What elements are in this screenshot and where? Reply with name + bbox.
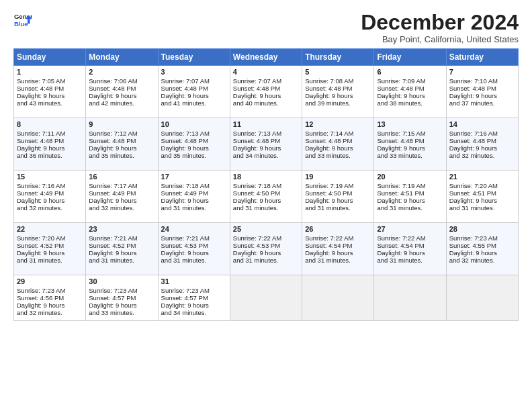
day-header-tuesday: Tuesday (158, 49, 230, 66)
cell-info-line: Daylight: 9 hours (161, 302, 227, 309)
day-number: 27 (377, 225, 443, 233)
cell-info-line: Sunset: 4:49 PM (89, 189, 154, 197)
calendar-cell: 20Sunrise: 7:19 AMSunset: 4:51 PMDayligh… (374, 171, 446, 223)
cell-info-line: Daylight: 9 hours (161, 92, 227, 99)
cell-info-line: and 41 minutes. (161, 99, 227, 107)
cell-info-line: Sunset: 4:49 PM (161, 189, 227, 197)
cell-info-line: Daylight: 9 hours (377, 249, 443, 257)
cell-info-line: Daylight: 9 hours (305, 144, 371, 152)
day-header-monday: Monday (86, 49, 158, 66)
calendar-cell: 13Sunrise: 7:15 AMSunset: 4:48 PMDayligh… (374, 118, 446, 171)
day-header-sunday: Sunday (14, 49, 86, 66)
day-number: 31 (161, 277, 227, 285)
cell-info-line: Daylight: 9 hours (305, 197, 371, 204)
cell-info-line: and 35 minutes. (161, 152, 227, 159)
cell-info-line: Daylight: 9 hours (89, 302, 154, 309)
day-number: 20 (377, 173, 443, 181)
cell-info-line: and 31 minutes. (305, 204, 371, 212)
logo: General Blue (13, 11, 32, 30)
day-number: 24 (161, 225, 227, 233)
day-header-friday: Friday (374, 49, 446, 66)
day-number: 12 (305, 120, 371, 128)
cell-info-line: Daylight: 9 hours (89, 92, 154, 99)
cell-info-line: and 31 minutes. (233, 204, 299, 212)
cell-info-line: Sunset: 4:53 PM (161, 242, 227, 249)
day-number: 1 (17, 68, 83, 76)
cell-info-line: Daylight: 9 hours (377, 144, 443, 152)
cell-info-line: and 32 minutes. (17, 204, 83, 212)
cell-info-line: Daylight: 9 hours (161, 197, 227, 204)
cell-info-line: Sunrise: 7:07 AM (233, 77, 299, 85)
cell-info-line: Sunset: 4:48 PM (449, 85, 515, 92)
day-number: 19 (305, 173, 371, 181)
cell-info-line: Sunrise: 7:22 AM (233, 234, 299, 242)
cell-info-line: Sunrise: 7:14 AM (305, 130, 371, 137)
cell-info-line: Daylight: 9 hours (233, 249, 299, 257)
cell-info-line: Daylight: 9 hours (17, 249, 83, 257)
cell-info-line: Sunrise: 7:07 AM (161, 77, 227, 85)
cell-info-line: and 32 minutes. (17, 309, 83, 316)
calendar-cell: 28Sunrise: 7:23 AMSunset: 4:55 PMDayligh… (446, 223, 518, 275)
cell-info-line: Sunset: 4:48 PM (161, 85, 227, 92)
cell-info-line: Daylight: 9 hours (449, 197, 515, 204)
calendar-cell: 26Sunrise: 7:22 AMSunset: 4:54 PMDayligh… (302, 223, 374, 275)
cell-info-line: and 43 minutes. (17, 99, 83, 107)
cell-info-line: Sunrise: 7:23 AM (17, 287, 83, 294)
cell-info-line: Sunrise: 7:19 AM (377, 182, 443, 189)
calendar-cell: 16Sunrise: 7:17 AMSunset: 4:49 PMDayligh… (86, 171, 158, 223)
cell-info-line: Sunrise: 7:16 AM (449, 130, 515, 137)
day-number: 9 (89, 120, 154, 128)
calendar-cell: 5Sunrise: 7:08 AMSunset: 4:48 PMDaylight… (302, 66, 374, 118)
calendar-cell: 14Sunrise: 7:16 AMSunset: 4:48 PMDayligh… (446, 118, 518, 171)
calendar-cell: 18Sunrise: 7:18 AMSunset: 4:50 PMDayligh… (230, 171, 302, 223)
day-number: 7 (449, 68, 515, 76)
cell-info-line: Sunrise: 7:11 AM (17, 130, 83, 137)
cell-info-line: Daylight: 9 hours (17, 197, 83, 204)
cell-info-line: Daylight: 9 hours (449, 92, 515, 99)
cell-info-line: and 38 minutes. (377, 99, 443, 107)
cell-info-line: and 36 minutes. (17, 152, 83, 159)
cell-info-line: Sunset: 4:48 PM (89, 85, 154, 92)
cell-info-line: Daylight: 9 hours (17, 144, 83, 152)
cell-info-line: Sunrise: 7:17 AM (89, 182, 154, 189)
cell-info-line: Sunset: 4:51 PM (449, 189, 515, 197)
cell-info-line: Daylight: 9 hours (233, 92, 299, 99)
cell-info-line: Sunrise: 7:12 AM (89, 130, 154, 137)
cell-info-line: and 31 minutes. (17, 257, 83, 264)
cell-info-line: Sunset: 4:48 PM (377, 85, 443, 92)
cell-info-line: Daylight: 9 hours (161, 144, 227, 152)
cell-info-line: Sunset: 4:50 PM (233, 189, 299, 197)
page-container: General Blue December 2024 Bay Point, Ca… (0, 0, 532, 328)
cell-info-line: Sunset: 4:48 PM (89, 137, 154, 144)
day-number: 13 (377, 120, 443, 128)
day-number: 10 (161, 120, 227, 128)
calendar-cell: 17Sunrise: 7:18 AMSunset: 4:49 PMDayligh… (158, 171, 230, 223)
cell-info-line: and 37 minutes. (449, 99, 515, 107)
cell-info-line: Daylight: 9 hours (305, 249, 371, 257)
cell-info-line: and 32 minutes. (89, 204, 154, 212)
cell-info-line: and 31 minutes. (161, 257, 227, 264)
calendar-cell: 7Sunrise: 7:10 AMSunset: 4:48 PMDaylight… (446, 66, 518, 118)
calendar-cell: 19Sunrise: 7:19 AMSunset: 4:50 PMDayligh… (302, 171, 374, 223)
cell-info-line: Sunrise: 7:22 AM (305, 234, 371, 242)
cell-info-line: and 33 minutes. (89, 309, 154, 316)
cell-info-line: Daylight: 9 hours (161, 249, 227, 257)
calendar-cell: 30Sunrise: 7:23 AMSunset: 4:57 PMDayligh… (86, 275, 158, 321)
cell-info-line: Sunset: 4:48 PM (449, 137, 515, 144)
cell-info-line: Daylight: 9 hours (449, 144, 515, 152)
location-subtitle: Bay Point, California, United States (361, 34, 519, 44)
cell-info-line: Sunset: 4:48 PM (17, 137, 83, 144)
cell-info-line: Sunrise: 7:23 AM (161, 287, 227, 294)
day-number: 16 (89, 173, 154, 181)
title-block: December 2024 Bay Point, California, Uni… (361, 11, 519, 44)
cell-info-line: Sunrise: 7:10 AM (449, 77, 515, 85)
cell-info-line: Sunset: 4:49 PM (17, 189, 83, 197)
calendar-cell (374, 275, 446, 321)
svg-text:Blue: Blue (14, 20, 28, 28)
cell-info-line: Sunrise: 7:20 AM (449, 182, 515, 189)
cell-info-line: Sunrise: 7:18 AM (161, 182, 227, 189)
calendar-cell: 29Sunrise: 7:23 AMSunset: 4:56 PMDayligh… (14, 275, 86, 321)
calendar-cell: 23Sunrise: 7:21 AMSunset: 4:52 PMDayligh… (86, 223, 158, 275)
day-number: 8 (17, 120, 83, 128)
cell-info-line: Sunset: 4:57 PM (89, 294, 154, 302)
